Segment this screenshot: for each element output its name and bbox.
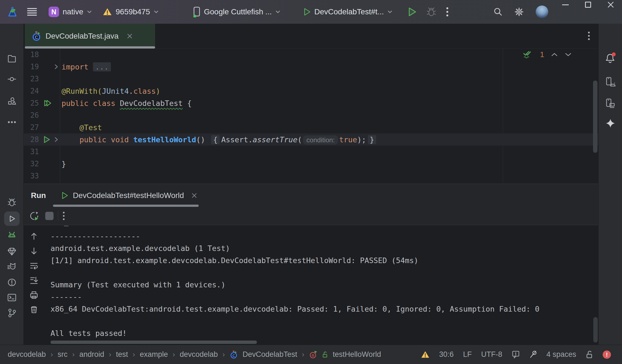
inspections-ok-icon <box>522 50 533 60</box>
console-line: x86_64 DevCodelabTest:android.test.examp… <box>50 303 593 315</box>
folded-brace[interactable]: { <box>211 135 219 144</box>
fold-arrow-icon[interactable] <box>54 64 59 70</box>
error-notification-blob[interactable]: ! <box>603 350 611 359</box>
rerun-button[interactable] <box>29 211 39 221</box>
gemini-ai-button[interactable] <box>605 118 616 129</box>
editor-scrollbar[interactable] <box>593 81 597 153</box>
pin-icon[interactable] <box>529 350 537 359</box>
run-tab-close-icon[interactable] <box>191 192 197 199</box>
main-menu-button[interactable] <box>26 0 38 24</box>
search-everywhere-button[interactable] <box>493 0 503 24</box>
inspections-widget[interactable]: 1 <box>522 50 572 60</box>
project-selector[interactable]: N native <box>49 0 92 24</box>
run-class-gutter-icon[interactable] <box>43 99 52 107</box>
breadcrumb-item[interactable]: example <box>140 350 168 359</box>
tab-devcodelabtest-java[interactable]: C DevCodelabTest.java <box>25 24 155 48</box>
run-more-options-button[interactable] <box>63 212 65 220</box>
breadcrumb-item[interactable]: testHelloWorld <box>333 350 381 359</box>
previous-problem-icon[interactable] <box>551 52 558 57</box>
breadcrumb-item[interactable]: DevCodelabTest <box>243 350 297 359</box>
editor-options-button[interactable] <box>588 31 590 40</box>
console-line <box>50 315 593 327</box>
stop-button[interactable] <box>45 212 54 220</box>
editor-line: 32 } <box>24 158 598 170</box>
breadcrumb-item[interactable]: android <box>79 350 104 359</box>
console-clear-button[interactable] <box>30 305 38 314</box>
console-scroll-to-end-button[interactable] <box>30 276 38 285</box>
run-test-gutter-icon[interactable] <box>43 135 50 144</box>
console-next-occurrence-button[interactable] <box>30 247 38 255</box>
app-quality-insights-tool-button[interactable] <box>7 247 17 256</box>
chevron-down-icon <box>87 10 92 14</box>
left-tool-strip <box>0 24 24 345</box>
run-button[interactable] <box>408 0 417 24</box>
window-minimize-button[interactable] <box>561 0 570 9</box>
run-tool-button[interactable] <box>4 212 20 226</box>
caret-position-widget[interactable]: 30:6 <box>439 350 454 359</box>
console-horizontal-scrollbar[interactable] <box>50 341 257 344</box>
running-devices-button[interactable] <box>605 77 616 87</box>
tab-close-icon[interactable] <box>127 33 133 39</box>
logcat-tool-button[interactable] <box>7 230 17 240</box>
run-tab-devcodelabtest[interactable]: DevCodelabTest#testHelloWorld <box>61 184 197 207</box>
indent-widget[interactable]: 4 spaces <box>546 350 576 359</box>
test-play-icon <box>61 192 68 199</box>
shapes-icon <box>7 97 17 106</box>
window-maximize-button[interactable] <box>583 0 593 9</box>
vcs-branch-selector[interactable]: 9659b475 <box>103 0 159 24</box>
bell-icon <box>605 52 616 64</box>
editor-line: 27 @Test <box>24 121 598 133</box>
reader-mode-icon[interactable] <box>512 350 520 359</box>
profiler-tool-button[interactable] <box>7 263 17 271</box>
encoding-widget[interactable]: UTF-8 <box>481 350 502 359</box>
problems-tool-button[interactable] <box>7 278 17 287</box>
notifications-button[interactable] <box>605 52 616 64</box>
code-editor[interactable]: 18 19 import ... 23 24 @RunWith(JUnit4.c… <box>24 49 598 183</box>
breadcrumb-item[interactable]: devcodelab <box>8 350 46 359</box>
console-soft-wrap-button[interactable] <box>30 261 38 270</box>
parameter-hint: condition: <box>303 135 338 144</box>
breadcrumb-item[interactable]: devcodelab <box>180 350 218 359</box>
terminal-tool-button[interactable] <box>7 293 17 302</box>
console-line: ------- <box>50 291 593 303</box>
chevron-down-icon <box>154 10 159 14</box>
commit-tool-button[interactable] <box>7 74 17 84</box>
console-line: -------------------- <box>50 230 593 242</box>
unlock-icon[interactable] <box>586 350 593 359</box>
run-toolbar <box>24 207 598 225</box>
run-tab-label: DevCodelabTest#testHelloWorld <box>73 191 184 200</box>
folded-imports[interactable]: ... <box>93 62 111 71</box>
svg-text:C: C <box>232 353 235 357</box>
version-control-tool-button[interactable] <box>7 308 17 318</box>
console-vertical-scrollbar[interactable] <box>593 317 598 342</box>
right-tool-strip <box>598 24 622 345</box>
device-selector[interactable]: Google Cuttlefish ... <box>193 0 280 24</box>
debug-button[interactable] <box>426 0 437 24</box>
user-avatar[interactable] <box>536 0 548 24</box>
console-line: Summary (Test executed with 1 devices.) <box>50 279 593 291</box>
folded-brace[interactable]: } <box>368 135 376 144</box>
console-prev-occurrence-button[interactable] <box>30 232 38 241</box>
bug-icon <box>7 198 17 207</box>
line-number: 32 <box>24 160 39 168</box>
line-separator-widget[interactable]: LF <box>463 350 472 359</box>
test-method-icon: m <box>309 350 317 359</box>
run-configuration-selector[interactable]: DevCodelabTest#t... <box>304 0 392 24</box>
device-explorer-button[interactable] <box>605 98 616 109</box>
svg-text:m: m <box>312 353 314 358</box>
run-tool-window: Run DevCodelabTest#testHelloWorld <box>24 184 598 345</box>
test-console[interactable]: x86_64 DevCodelabTest: -----------------… <box>24 225 598 345</box>
editor-line: 25 public class DevCodelabTest { <box>24 97 598 109</box>
resource-manager-tool-button[interactable] <box>7 97 17 106</box>
more-actions-button[interactable] <box>446 0 449 24</box>
window-close-button[interactable] <box>606 0 615 9</box>
next-problem-icon[interactable] <box>565 52 572 57</box>
project-tool-button[interactable] <box>7 54 17 63</box>
fold-arrow-icon[interactable] <box>54 136 59 143</box>
console-print-button[interactable] <box>30 291 38 299</box>
debug-tool-button[interactable] <box>7 198 17 207</box>
more-tool-windows-button[interactable] <box>7 121 17 124</box>
breadcrumb-item[interactable]: src <box>58 350 68 359</box>
warning-icon[interactable] <box>421 351 430 358</box>
breadcrumb-item[interactable]: test <box>116 350 128 359</box>
